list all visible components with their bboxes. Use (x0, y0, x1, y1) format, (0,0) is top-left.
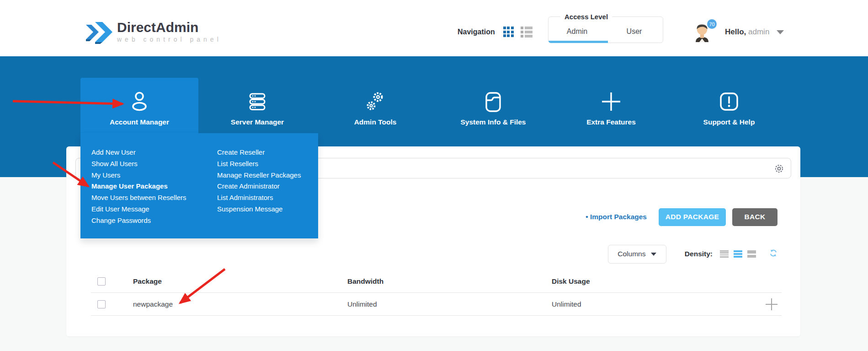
menu-create-administrator[interactable]: Create Administrator (217, 181, 301, 192)
server-icon (246, 90, 268, 113)
logo-title: DirectAdmin (117, 20, 222, 35)
menu-edit-user-message[interactable]: Edit User Message (91, 204, 186, 215)
menu-manage-reseller-packages[interactable]: Manage Reseller Packages (217, 170, 301, 181)
menu-list-resellers[interactable]: List Resellers (217, 158, 301, 170)
cell-package-name[interactable]: newpackage (133, 300, 173, 308)
greeting-text: Hello, (725, 27, 746, 36)
cell-bandwidth: Unlimited (347, 300, 377, 308)
package-actions: • Import Packages ADD PACKAGE BACK (586, 208, 777, 226)
menu-create-reseller[interactable]: Create Reseller (217, 147, 301, 158)
select-all-checkbox[interactable] (97, 277, 106, 286)
density-normal-icon[interactable] (734, 250, 742, 258)
exclamation-icon (718, 90, 740, 113)
gears-icon (364, 90, 386, 113)
notification-badge[interactable]: 70 (706, 18, 718, 30)
user-greeting: Hello, admin (725, 27, 769, 37)
navigation-switcher: Navigation (458, 27, 533, 38)
main-navigation: Account Manager Server Manager (80, 78, 788, 133)
import-bullet: • (586, 213, 588, 221)
user-icon (128, 90, 150, 113)
back-button[interactable]: BACK (732, 208, 777, 226)
access-level-box: Access Level Admin User (548, 16, 663, 43)
navigation-label: Navigation (458, 28, 495, 36)
table-row[interactable]: newpackage Unlimited Unlimited (91, 293, 782, 316)
density-compact-icon[interactable] (747, 250, 756, 258)
avatar[interactable]: 70 (692, 22, 712, 42)
columns-caret-icon (651, 253, 656, 256)
plus-icon (600, 90, 622, 113)
column-header-bandwidth[interactable]: Bandwidth (347, 277, 383, 286)
cell-disk-usage: Unlimited (552, 300, 581, 308)
density-label: Density: (685, 250, 713, 258)
row-checkbox[interactable] (97, 300, 106, 308)
directadmin-logo[interactable]: DirectAdmin web control panel (85, 20, 222, 44)
nav-admin-tools[interactable]: Admin Tools (316, 78, 434, 133)
active-tab-underline (548, 41, 608, 43)
dropdown-column-2: Create Reseller List Resellers Manage Re… (217, 147, 301, 215)
table-view-controls: Columns Density: (608, 244, 777, 264)
menu-change-passwords[interactable]: Change Passwords (91, 215, 186, 227)
nav-system-info-files[interactable]: System Info & Files (434, 78, 552, 133)
menu-manage-user-packages[interactable]: Manage User Packages (91, 181, 186, 192)
menu-my-users[interactable]: My Users (91, 170, 186, 181)
nav-extra-features[interactable]: Extra Features (552, 78, 670, 133)
grid-view-icon[interactable] (503, 27, 514, 38)
add-package-button[interactable]: ADD PACKAGE (659, 208, 726, 226)
density-comfortable-icon[interactable] (720, 250, 729, 258)
access-level-tabs: Admin User (548, 22, 663, 42)
user-menu[interactable]: 70 Hello, admin (692, 22, 784, 42)
nav-support-help[interactable]: Support & Help (670, 78, 788, 133)
logo-chevrons-icon (85, 20, 113, 44)
row-expand-plus-icon[interactable] (765, 298, 778, 313)
search-settings-gear-icon[interactable] (774, 163, 784, 176)
refresh-icon[interactable] (769, 249, 777, 259)
username: admin (748, 27, 769, 36)
packages-table: Package Bandwidth Disk Usage newpackage … (91, 270, 782, 316)
columns-dropdown[interactable]: Columns (608, 245, 666, 264)
logo-subtitle: web control panel (117, 36, 222, 43)
access-level-label: Access Level (560, 13, 612, 21)
directadmin-page: DirectAdmin web control panel Navigation… (0, 0, 868, 351)
logo-text: DirectAdmin web control panel (117, 20, 222, 43)
user-dropdown-caret-icon[interactable] (777, 30, 784, 34)
column-header-disk-usage[interactable]: Disk Usage (552, 277, 590, 286)
list-view-icon[interactable] (521, 27, 533, 38)
column-header-package[interactable]: Package (133, 277, 162, 286)
menu-list-administrators[interactable]: List Administrators (217, 192, 301, 204)
folder-icon (482, 90, 504, 113)
menu-add-new-user[interactable]: Add New User (91, 147, 186, 158)
menu-move-users-between-resellers[interactable]: Move Users between Resellers (91, 192, 186, 204)
menu-show-all-users[interactable]: Show All Users (91, 158, 186, 170)
tab-user[interactable]: User (606, 22, 663, 42)
nav-account-manager[interactable]: Account Manager (80, 78, 198, 133)
dropdown-column-1: Add New User Show All Users My Users Man… (91, 147, 186, 227)
menu-suspension-message[interactable]: Suspension Message (217, 204, 301, 215)
nav-server-manager[interactable]: Server Manager (198, 78, 316, 133)
top-header: DirectAdmin web control panel Navigation… (0, 0, 868, 56)
tab-admin[interactable]: Admin (548, 22, 606, 42)
table-header-row: Package Bandwidth Disk Usage (91, 270, 782, 293)
account-manager-dropdown: Add New User Show All Users My Users Man… (80, 133, 318, 238)
import-packages-link[interactable]: • Import Packages (586, 213, 647, 221)
